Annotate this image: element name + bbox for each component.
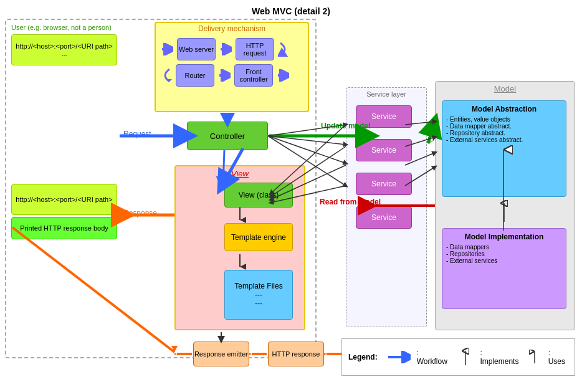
service-box-3: Service [356,173,412,195]
model-abstraction-title: Model Abstraction [446,105,562,113]
service-box-4: Service [356,206,412,229]
uses-icon [527,350,542,365]
delivery-row-2: Router Front controller [161,64,303,87]
svg-line-23 [428,125,434,143]
view-label: View [176,166,304,179]
printed-body-box: Printed HTTP response body [11,217,117,239]
model-implementation-title: Model Implementation [446,232,562,241]
printed-body-text: Printed HTTP response body [20,224,108,232]
model-implementation-items: - Data mappers - Repositories - External… [446,244,562,264]
template-engine-box: Template engine [224,223,293,251]
response-bottom-row: Response emitter HTTP response [174,342,343,366]
http-path-top: http://<host>:<port>/<URI path> ... [11,34,117,65]
view-class-box: View (class) [224,183,293,208]
update-model-label: Update model [321,122,370,130]
request-label: Request [123,130,151,138]
service-box-2: Service [356,139,412,161]
http-path-bottom-text: http://<host>:<port>/<URI path> [16,196,112,203]
http-path-top-text: http://<host>:<port>/<URI path> [16,42,112,50]
legend-label: Legend: [348,353,378,361]
user-label: User (e.g. browser, not a person) [11,24,112,31]
service-layer-label: Service layer [346,88,426,99]
read-from-label: Read from model [320,198,381,206]
implements-icon [456,348,474,366]
workflow-label: : Workflow [417,348,450,366]
view-box: View View (class) Template engine Templa… [174,165,305,330]
model-implementation-box: Model Implementation - Data mappers - Re… [442,228,566,309]
model-abstraction-box: Model Abstraction - Entities, value obje… [442,100,566,197]
uses-label: : Uses [548,348,568,366]
legend-box: Legend: : Workflow : Implements : Uses [341,338,575,376]
controller-box: Controller [187,122,268,150]
http-request-box: HTTP request [236,38,274,60]
delivery-box: Delivery mechanism Web server HTTP reque… [155,22,309,112]
delivery-label: Delivery mechanism [156,23,308,34]
front-controller-box: Front controller [234,64,273,87]
implements-arrow-area [495,200,513,225]
page-title: Web MVC (detail 2) [0,1,582,19]
diagram-area: Web MVC (detail 2) User (e.g. browser, n… [0,0,582,377]
template-files-box: Template Files --- --- [224,270,293,320]
workflow-arrow-icon [387,351,411,363]
model-abstraction-items: - Entities, value objects - Data mapper … [446,116,562,143]
delivery-row-1: Web server HTTP request [161,38,303,60]
model-outer-label: Model [436,82,575,96]
response-emitter-box: Response emitter [193,342,249,366]
model-outer-box: Model Model Abstraction - Entities, valu… [435,81,575,330]
dots-top: ... [61,50,67,57]
router-box: Router [176,64,214,87]
http-path-bottom: http://<host>:<port>/<URI path> [11,184,117,215]
implements-label: : Implements [480,348,520,366]
svg-line-24 [428,140,434,143]
http-response-box: HTTP response [268,342,324,366]
delivery-inner: Web server HTTP request Router Front con… [156,34,308,90]
response-label: Response [123,209,157,218]
web-server-box: Web server [177,38,216,60]
